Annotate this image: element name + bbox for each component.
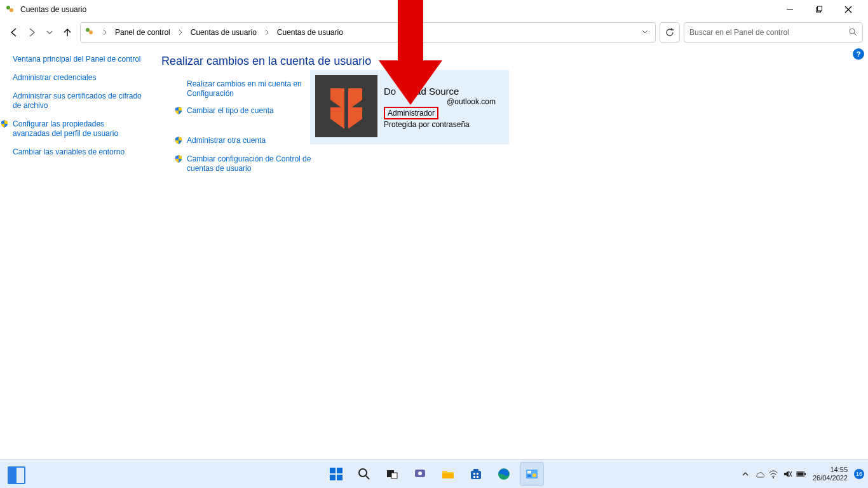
breadcrumb-chevron[interactable] bbox=[97, 23, 112, 42]
forward-button[interactable] bbox=[23, 24, 41, 41]
sidebar-link-credentials[interactable]: Administrar credenciales bbox=[13, 73, 142, 83]
shield-icon bbox=[174, 154, 183, 163]
notification-badge[interactable]: 16 bbox=[854, 469, 864, 479]
taskbar: 14:55 26/04/2022 16 bbox=[0, 459, 868, 488]
breadcrumb-item[interactable]: Cuentas de usuario bbox=[275, 23, 346, 42]
svg-point-34 bbox=[532, 473, 536, 477]
system-tray: 14:55 26/04/2022 16 bbox=[740, 460, 864, 488]
svg-point-17 bbox=[359, 469, 367, 477]
svg-rect-20 bbox=[391, 473, 397, 478]
sidebar: Ventana principal del Panel de control A… bbox=[0, 46, 150, 181]
sidebar-link-advanced-profile[interactable]: Configurar las propiedades avanzadas del… bbox=[0, 119, 142, 139]
svg-point-22 bbox=[418, 471, 422, 475]
svg-rect-29 bbox=[477, 476, 478, 478]
tray-overflow-button[interactable] bbox=[740, 469, 750, 479]
svg-point-35 bbox=[773, 477, 774, 478]
taskbar-search-button[interactable] bbox=[352, 462, 376, 486]
battery-icon[interactable] bbox=[796, 469, 806, 479]
file-explorer-button[interactable] bbox=[436, 462, 460, 486]
svg-rect-24 bbox=[471, 471, 481, 479]
annotation-arrow-icon bbox=[372, 0, 449, 108]
breadcrumb-chevron[interactable] bbox=[259, 23, 275, 42]
svg-rect-16 bbox=[337, 475, 342, 480]
breadcrumb-chevron[interactable] bbox=[173, 23, 188, 42]
account-protected-label: Protegida por contraseña bbox=[384, 119, 496, 130]
svg-rect-13 bbox=[330, 468, 336, 473]
account-role-highlight: Administrador bbox=[384, 107, 438, 119]
svg-point-0 bbox=[6, 6, 10, 10]
onedrive-icon[interactable] bbox=[754, 469, 764, 479]
search-placeholder: Buscar en el Panel de control bbox=[689, 28, 789, 37]
svg-rect-40 bbox=[804, 473, 806, 475]
svg-rect-33 bbox=[527, 475, 531, 477]
start-button[interactable] bbox=[324, 462, 348, 486]
svg-rect-39 bbox=[797, 472, 804, 475]
svg-point-9 bbox=[850, 29, 855, 34]
svg-rect-26 bbox=[473, 473, 475, 475]
task-view-button[interactable] bbox=[380, 462, 404, 486]
main-panel: Realizar cambios en la cuenta de usuario… bbox=[150, 46, 371, 181]
svg-rect-11 bbox=[344, 88, 348, 129]
window-title: Cuentas de usuario bbox=[20, 5, 86, 14]
user-accounts-icon bbox=[5, 4, 15, 15]
up-button[interactable] bbox=[58, 24, 76, 41]
svg-point-8 bbox=[89, 30, 93, 34]
address-bar[interactable]: Panel de control Cuentas de usuario Cuen… bbox=[80, 22, 656, 43]
shield-icon bbox=[0, 119, 9, 128]
widgets-button[interactable] bbox=[8, 466, 25, 484]
svg-rect-25 bbox=[473, 469, 478, 471]
control-panel-icon bbox=[85, 27, 95, 39]
tray-date[interactable]: 26/04/2022 bbox=[813, 474, 848, 482]
wifi-icon[interactable] bbox=[768, 469, 778, 479]
svg-rect-12 bbox=[398, 0, 423, 64]
maximize-button[interactable] bbox=[804, 0, 834, 19]
svg-rect-4 bbox=[818, 6, 822, 11]
svg-line-18 bbox=[366, 476, 369, 479]
minimize-button[interactable] bbox=[775, 0, 804, 19]
sidebar-link-certificates[interactable]: Administrar sus certificados de cifrado … bbox=[13, 92, 142, 111]
tray-time[interactable]: 14:55 bbox=[813, 466, 848, 474]
svg-point-7 bbox=[86, 28, 90, 32]
page-heading: Realizar cambios en la cuenta de usuario bbox=[161, 55, 371, 68]
refresh-button[interactable] bbox=[660, 22, 680, 43]
avatar bbox=[315, 75, 377, 137]
svg-rect-27 bbox=[477, 473, 478, 475]
edge-button[interactable] bbox=[492, 462, 516, 486]
breadcrumb-item[interactable]: Cuentas de usuario bbox=[188, 23, 259, 42]
address-dropdown-icon[interactable] bbox=[641, 28, 649, 37]
svg-rect-14 bbox=[337, 468, 342, 473]
svg-rect-15 bbox=[330, 475, 336, 480]
teams-chat-button[interactable] bbox=[408, 462, 432, 486]
svg-point-1 bbox=[10, 8, 13, 12]
shield-icon bbox=[174, 136, 183, 145]
volume-icon[interactable] bbox=[782, 469, 792, 479]
svg-rect-32 bbox=[527, 471, 531, 473]
svg-rect-23 bbox=[442, 473, 454, 478]
sidebar-link-env-vars[interactable]: Cambiar las variables de entorno bbox=[13, 147, 142, 157]
sidebar-link-home[interactable]: Ventana principal del Panel de control bbox=[13, 55, 142, 64]
search-input[interactable]: Buscar en el Panel de control bbox=[684, 22, 863, 43]
back-button[interactable] bbox=[5, 24, 23, 41]
search-icon bbox=[848, 27, 857, 38]
microsoft-store-button[interactable] bbox=[464, 462, 488, 486]
close-button[interactable] bbox=[834, 0, 863, 19]
shield-icon bbox=[174, 106, 183, 115]
svg-line-10 bbox=[854, 33, 857, 36]
history-dropdown-button[interactable] bbox=[41, 24, 58, 41]
task-change-uac[interactable]: Cambiar configuración de Control de cuen… bbox=[174, 154, 339, 173]
svg-rect-28 bbox=[473, 476, 475, 478]
control-panel-taskbar-button[interactable] bbox=[520, 462, 544, 486]
breadcrumb-item[interactable]: Panel de control bbox=[112, 23, 173, 42]
